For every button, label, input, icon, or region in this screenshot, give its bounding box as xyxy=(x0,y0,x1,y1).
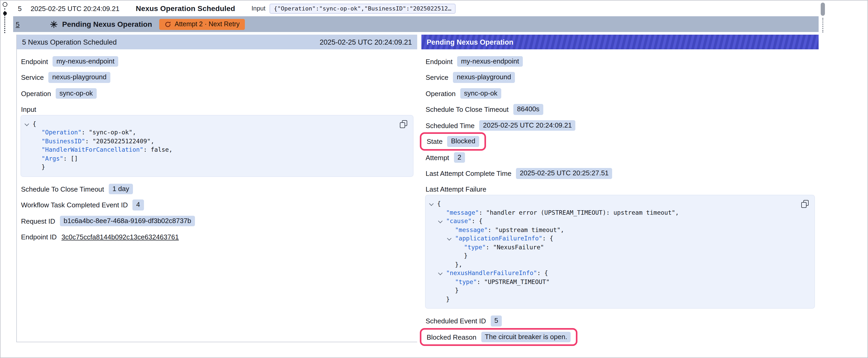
copy-icon[interactable] xyxy=(801,200,809,208)
code-line: { xyxy=(23,120,394,128)
pending-operation-title: Pending Nexus Operation xyxy=(62,20,152,28)
field-value-badge: 2025-02-25 UTC 20:24:09.21 xyxy=(479,120,575,131)
field-label: Last Attempt Complete Time xyxy=(426,169,512,177)
field-value-link[interactable]: 3c0c75ccfa8144b092c13ce632463761 xyxy=(61,233,179,241)
field-value-badge: 2025-02-25 UTC 20:25:27.51 xyxy=(516,168,612,179)
field-value-badge: 5 xyxy=(491,316,502,326)
code-line: "message": "upstream timeout", xyxy=(428,225,796,234)
field-value-badge: 4 xyxy=(133,199,144,210)
retry-badge-label: Attempt 2 · Next Retry xyxy=(175,21,240,28)
input-section-label: Input xyxy=(21,105,417,113)
code-line: } xyxy=(428,286,796,295)
field-label: Blocked Reason xyxy=(427,333,476,341)
field-label: Scheduled Time xyxy=(426,122,474,129)
field-row-scheduled-event-id: Scheduled Event ID5 xyxy=(426,316,818,326)
code-line: } xyxy=(23,163,394,171)
scrollbar-dotted-track xyxy=(822,18,823,33)
pending-operation-panel: Pending Nexus Operation Endpointmy-nexus… xyxy=(422,35,818,348)
field-label: Endpoint xyxy=(21,58,48,65)
pending-operation-header: Pending Nexus Operation xyxy=(422,35,818,50)
field-row-blocked-reason: Blocked ReasonThe circuit breaker is ope… xyxy=(426,331,818,343)
timeline-dot-icon xyxy=(3,11,7,15)
code-line: "Operation": "sync-op-ok", xyxy=(23,128,394,137)
event-row-pending-nexus-operation[interactable]: 5 Pending Nexus Operation Attempt 2 · Ne… xyxy=(13,16,818,32)
code-line: "message": "handler error (UPSTREAM_TIME… xyxy=(428,208,796,217)
event-id[interactable]: 5 xyxy=(18,4,22,12)
field-label: Schedule To Close Timeout xyxy=(426,105,508,113)
field-row-endpoint: Endpointmy-nexus-endpoint xyxy=(21,56,417,67)
code-line: "HandlerWaitForCancellation": false, xyxy=(23,145,394,154)
field-value-badge: 1 day xyxy=(109,184,133,194)
field-row-state: StateBlocked xyxy=(426,136,818,147)
code-line: } xyxy=(428,295,796,303)
field-label: Workflow Task Completed Event ID xyxy=(21,201,128,209)
event-timestamp: 2025-02-25 UTC 20:24:09.21 xyxy=(30,4,119,12)
field-label: Request ID xyxy=(21,217,55,225)
field-row-operation: Operationsync-op-ok xyxy=(426,88,818,99)
code-line: "type": "NexusFailure" xyxy=(428,243,796,252)
field-value-badge: 86400s xyxy=(513,104,543,115)
code-line: "type": "UPSTREAM_TIMEOUT" xyxy=(428,278,796,286)
field-value-badge: sync-op-ok xyxy=(56,88,96,99)
field-row-request-id: Request IDb1c6a4bc-8ee7-468a-9169-df3b02… xyxy=(21,216,417,227)
field-value-badge: sync-op-ok xyxy=(460,88,501,99)
field-value-badge: my-nexus-endpoint xyxy=(457,56,523,67)
timeline-rail xyxy=(1,1,13,69)
retry-attempt-badge[interactable]: Attempt 2 · Next Retry xyxy=(159,19,245,30)
field-label: State xyxy=(427,137,443,145)
code-line: } xyxy=(428,252,796,260)
field-value-badge: Blocked xyxy=(447,136,479,147)
field-value-badge: b1c6a4bc-8ee7-468a-9169-df3b02c8737b xyxy=(60,216,195,227)
event-detail-header: 5 Nexus Operation Scheduled 2025-02-25 U… xyxy=(17,35,417,50)
field-row-endpoint-id: Endpoint ID3c0c75ccfa8144b092c13ce632463… xyxy=(21,231,417,242)
field-row-scheduled-time: Scheduled Time2025-02-25 UTC 20:24:09.21 xyxy=(426,120,818,131)
event-row-nexus-operation-scheduled[interactable]: 5 2025-02-25 UTC 20:24:09.21 Nexus Opera… xyxy=(13,1,817,16)
field-label: Service xyxy=(426,73,448,82)
field-label: Schedule To Close Timeout xyxy=(21,185,104,193)
field-value-badge: The circuit breaker is open. xyxy=(481,331,571,343)
field-row-endpoint: Endpointmy-nexus-endpoint xyxy=(426,56,818,67)
event-detail-timestamp: 2025-02-25 UTC 20:24:09.21 xyxy=(320,38,412,46)
failure-json-viewer: {"message": "handler error (UPSTREAM_TIM… xyxy=(425,195,815,308)
field-row-service: Servicenexus-playground xyxy=(426,72,818,83)
field-row-schedule-to-close-timeout: Schedule To Close Timeout86400s xyxy=(426,104,818,115)
field-row-schedule-to-close-timeout: Schedule To Close Timeout1 day xyxy=(21,184,417,194)
scrollbar-thumb[interactable] xyxy=(821,3,825,16)
code-line: "BusinessID": "20250225122409", xyxy=(23,137,394,145)
field-row-workflow-task-completed-event-id: Workflow Task Completed Event ID4 xyxy=(21,199,417,210)
chevron-down-icon[interactable] xyxy=(446,236,453,242)
event-title: Nexus Operation Scheduled xyxy=(136,4,235,12)
chevron-down-icon[interactable] xyxy=(438,219,443,225)
field-value-badge: nexus-playground xyxy=(49,72,110,83)
field-label: Service xyxy=(21,73,44,82)
asterisk-icon xyxy=(50,20,58,28)
code-line: { xyxy=(428,199,796,208)
code-line: }, xyxy=(428,260,796,269)
event-detail-title: 5 Nexus Operation Scheduled xyxy=(22,38,117,46)
field-label: Endpoint xyxy=(426,58,453,65)
annotation-highlight: StateBlocked xyxy=(420,132,486,151)
input-json-viewer: {"Operation": "sync-op-ok","BusinessID":… xyxy=(21,115,413,176)
temporal-event-history-window: 5 2025-02-25 UTC 20:24:09.21 Nexus Opera… xyxy=(0,0,868,358)
input-preview-chip[interactable]: {"Operation":"sync-op-ok","BusinessID":"… xyxy=(270,3,456,13)
field-label: Endpoint ID xyxy=(21,233,57,241)
chevron-down-icon[interactable] xyxy=(24,122,30,127)
chevron-down-icon[interactable] xyxy=(429,202,435,207)
field-row-last-attempt-complete-time: Last Attempt Complete Time2025-02-25 UTC… xyxy=(426,168,818,179)
chevron-down-icon[interactable] xyxy=(438,271,443,276)
copy-icon[interactable] xyxy=(400,120,407,128)
timeline-node-icon xyxy=(3,2,7,7)
code-line: "Args": [] xyxy=(23,154,394,163)
field-label: Attempt xyxy=(426,154,449,161)
field-row-attempt: Attempt2 xyxy=(426,152,818,163)
code-line: "cause": { xyxy=(428,217,796,225)
code-line: "nexusHandlerFailureInfo": { xyxy=(428,269,796,278)
event-id-link[interactable]: 5 xyxy=(16,20,20,28)
field-label: Operation xyxy=(21,90,51,97)
pending-operation-header-title: Pending Nexus Operation xyxy=(427,38,513,46)
input-label: Input xyxy=(251,5,265,12)
event-detail-panel-scheduled: 5 Nexus Operation Scheduled 2025-02-25 U… xyxy=(16,35,417,342)
last-attempt-failure-label: Last Attempt Failure xyxy=(426,185,818,193)
field-label: Operation xyxy=(426,90,456,97)
field-value-badge: my-nexus-endpoint xyxy=(53,56,118,67)
